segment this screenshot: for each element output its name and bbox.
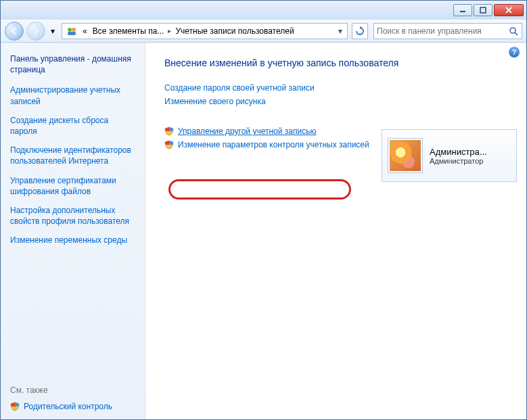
window-frame: ▾ « Все элементы па... ▸ Учетные записи … <box>0 0 527 420</box>
sidebar-link-reset-disk[interactable]: Создание дискеты сброса пароля <box>10 115 137 137</box>
sidebar-title[interactable]: Панель управления - домашняя страница <box>10 53 137 75</box>
back-button[interactable] <box>5 22 24 41</box>
shield-icon <box>164 126 174 136</box>
svg-point-3 <box>72 28 76 32</box>
minimize-button[interactable] <box>453 4 472 16</box>
page-title: Внесение изменений в учетную запись поль… <box>164 57 514 68</box>
forward-button[interactable] <box>26 22 45 41</box>
search-box[interactable] <box>373 23 522 39</box>
content-area: ? Панель управления - домашняя страница … <box>1 43 526 419</box>
svg-rect-0 <box>460 11 465 12</box>
account-card[interactable]: Администра... Администратор <box>382 129 517 182</box>
titlebar <box>1 1 526 20</box>
account-role: Администратор <box>430 157 487 165</box>
svg-line-6 <box>515 32 518 35</box>
address-dropdown-icon[interactable]: ▾ <box>335 26 346 36</box>
avatar <box>388 138 423 173</box>
breadcrumb-prefix[interactable]: « <box>80 26 90 36</box>
link-uac: Изменение параметров контроля учетных за… <box>178 140 369 149</box>
user-accounts-icon <box>66 26 77 37</box>
sidebar-link-profile-props[interactable]: Настройка дополнительных свойств профиля… <box>10 205 137 227</box>
sidebar: Панель управления - домашняя страница Ад… <box>1 43 145 419</box>
footer-link-parental[interactable]: Родительский контроль <box>10 402 137 411</box>
refresh-button[interactable] <box>352 23 368 39</box>
breadcrumb-item-1[interactable]: Все элементы па... <box>90 26 167 36</box>
avatar-image <box>390 140 421 171</box>
sidebar-link-certificates[interactable]: Управление сертификатами шифрования файл… <box>10 175 137 197</box>
maximize-button[interactable] <box>474 4 492 16</box>
shield-icon <box>164 140 174 149</box>
navbar: ▾ « Все элементы па... ▸ Учетные записи … <box>1 20 526 43</box>
nav-history-dropdown-icon[interactable]: ▾ <box>48 26 58 36</box>
sidebar-links: Администрирование учетных записей Создан… <box>10 85 137 246</box>
link-change-picture[interactable]: Изменение своего рисунка <box>164 97 266 106</box>
footer-link-label: Родительский контроль <box>24 402 112 411</box>
top-links: Создание пароля своей учетной записи Изм… <box>164 83 514 106</box>
account-name: Администра... <box>430 147 487 157</box>
shield-icon <box>10 402 20 411</box>
link-create-password[interactable]: Создание пароля своей учетной записи <box>164 83 315 93</box>
account-text: Администра... Администратор <box>430 147 487 165</box>
sidebar-link-admin-accounts[interactable]: Администрирование учетных записей <box>10 85 137 106</box>
breadcrumb-item-2[interactable]: Учетные записи пользователей <box>173 26 296 36</box>
close-button[interactable] <box>494 4 524 16</box>
svg-point-2 <box>68 28 72 32</box>
sidebar-footer: См. также Родительский контроль <box>10 372 137 411</box>
svg-rect-4 <box>68 32 76 35</box>
sidebar-link-env-vars[interactable]: Изменение переменных среды <box>10 235 137 246</box>
svg-point-5 <box>510 28 515 33</box>
sidebar-link-online-ids[interactable]: Подключение идентификаторов пользователе… <box>10 145 137 166</box>
search-input[interactable] <box>377 26 508 36</box>
link-manage-other: Управление другой учетной записью <box>178 126 316 136</box>
see-also-label: См. также <box>10 386 137 395</box>
main-panel: Внесение изменений в учетную запись поль… <box>145 43 526 419</box>
chevron-right-icon[interactable]: ▸ <box>166 27 173 34</box>
svg-rect-1 <box>480 7 486 13</box>
addressbar[interactable]: « Все элементы па... ▸ Учетные записи по… <box>62 23 348 39</box>
search-icon[interactable] <box>508 26 519 37</box>
